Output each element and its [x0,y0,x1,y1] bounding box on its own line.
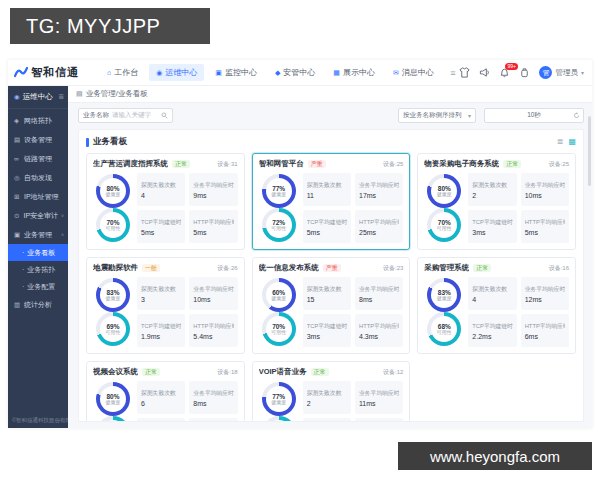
sidebar-item-label: 自动发现 [24,173,52,183]
grid-view-icon[interactable]: ▦ [568,138,576,146]
user-menu[interactable]: 管 管理员 ▾ [539,66,584,79]
chevron-down-icon: ▾ [581,69,584,76]
sidebar-item[interactable]: ∞链路管理 [8,149,68,168]
panel-title-label: 运维中心 [23,92,53,102]
metric-label: 业务平均响应时长 [359,181,399,190]
metric-label: HTTP平均响应时长 [193,218,233,227]
metric-box: 业务平均响应时长9ms [189,173,237,206]
metric-box: HTTP平均响应时长5.4ms [189,314,237,347]
metric-value: 2 [307,400,347,407]
menu-item-icon: ▤ [14,136,21,144]
business-card[interactable]: 生产营运调度指挥系统正常设备:3180%健康度70%可用性探测失败次数4业务平均… [86,153,245,250]
device-count: 设备:16 [549,264,569,273]
donut-gauge: 70%可用性 [427,208,461,242]
business-card[interactable]: 地震勘探软件一般设备:2683%健康度69%可用性探测失败次数3业务平均响应时长… [86,257,245,354]
nav-item-monitor-center[interactable]: ▣监控中心 [208,64,264,81]
metric-box: 业务平均响应时长8ms [355,277,403,310]
nav-item-ops-center[interactable]: ◉运维中心 [149,64,204,81]
metric-box: 探测失败次数3 [137,277,185,310]
sidebar-subitem[interactable]: 业务拓扑 [8,261,68,278]
notification-badge: 99+ [505,63,517,70]
search-input[interactable]: 业务名称 请输入关键字 [78,108,173,123]
donut-gauge: 77%健康度 [262,382,296,416]
sidebar-item-label: 业务管理 [24,230,52,240]
sidebar-item[interactable]: ▣业务管理˄ [8,225,68,244]
metric-label: 业务平均响应时长 [193,285,233,294]
device-count: 设备:12 [383,368,403,377]
logo-swoosh-icon [14,67,28,78]
metric-value: 6 [141,400,181,407]
announcement-icon[interactable] [479,67,490,78]
donut-label: 健康度 [106,296,121,302]
metric-label: 探测失败次数 [141,389,181,398]
donut-gauge: 77%健康度 [262,174,296,208]
main-content: ▤ 业务管理/业务看板 业务名称 请输入关键字 按业务名称倒序排列 ▾ 10秒 [68,86,592,428]
business-card[interactable]: 视频会议系统正常设备:1880%健康度70%可用性探测失败次数6业务平均响应时长… [86,361,245,422]
sidebar-item[interactable]: ▥统计分析 [8,295,68,314]
metric-label: HTTP平均响应时长 [193,322,233,331]
metric-box: 业务平均响应时长11ms [355,381,403,414]
business-card[interactable]: 智和网管平台严重设备:2577%健康度72%可用性探测失败次数11业务平均响应时… [252,153,411,250]
notification-bell-icon[interactable]: 99+ [499,67,510,78]
collapse-sidebar-icon[interactable]: ≣ [58,93,64,101]
sidebar-subitem[interactable]: 业务看板 [8,244,68,261]
theme-icon[interactable] [459,67,470,78]
nav-item-message-center[interactable]: ✉消息中心 [386,64,441,81]
sidebar-item[interactable]: ⊙IP安全审计˅ [8,206,68,225]
metric-label: 探测失败次数 [472,181,512,190]
donut-label: 健康度 [106,192,121,198]
metric-box: HTTP平均响应时长25ms [355,210,403,243]
sidebar-subitem[interactable]: 业务配置 [8,278,68,295]
sidebar-subitem-label: 业务看板 [27,248,55,258]
business-card[interactable]: 采购管理系统正常设备:1683%健康度68%可用性探测失败次数4业务平均响应时长… [417,257,576,354]
business-board-panel: 业务看板 ≣ ▦ 生产营运调度指挥系统正常设备:3180%健康度70%可用性探测… [78,129,584,422]
metric-label: HTTP平均响应时长 [525,218,565,227]
award-icon[interactable] [519,67,530,78]
sort-order-select[interactable]: 按业务名称倒序排列 ▾ [398,108,476,123]
donut-gauge: 68%可用性 [427,312,461,346]
sidebar-item[interactable]: ◈网络拓扑 [8,111,68,130]
refresh-interval-select[interactable]: 10秒 [484,108,584,123]
chevron-icon: ˄ [61,232,64,238]
metric-box: 探测失败次数4 [137,173,185,206]
business-card[interactable]: 物资采购电子商务系统正常设备:2580%健康度70%可用性探测失败次数2业务平均… [417,153,576,250]
chevron-icon: ˅ [61,213,64,219]
sidebar-item[interactable]: ▤设备管理 [8,130,68,149]
search-placeholder: 请输入关键字 [112,111,158,120]
metric-box: TCP平均建链时长5ms [303,210,351,243]
nav-item-label: 工作台 [114,67,138,78]
metric-value: 25ms [359,229,399,236]
donut-gauge: 72%可用性 [262,208,296,242]
nav-item-home[interactable]: ⌂工作台 [100,64,145,81]
nav-item-label: 消息中心 [402,67,434,78]
security-center-icon: ◆ [275,69,280,77]
metric-box: TCP平均建链时长1.9ms [137,314,185,347]
metric-value: 3 [141,296,181,303]
search-icon[interactable] [161,112,168,119]
sidebar-item[interactable]: ◎自动发现 [8,168,68,187]
metric-label: 业务平均响应时长 [193,181,233,190]
status-badge: 严重 [323,264,341,273]
nav-more-icon[interactable]: ≡ [446,68,459,78]
donut-gauge: 69%可用性 [96,312,130,346]
metric-value: 15 [307,296,347,303]
view-toggles: ≣ ▦ [557,138,576,146]
sidebar-item[interactable]: ⊞IP地址管理 [8,187,68,206]
metric-box: 业务平均响应时长17ms [355,173,403,206]
nav-item-display-center[interactable]: ▦展示中心 [326,64,382,81]
list-view-icon[interactable]: ≣ [557,138,564,146]
metric-label: 业务平均响应时长 [525,285,565,294]
business-card[interactable]: VOIP语音业务正常设备:1277%健康度70%可用性探测失败次数2业务平均响应… [252,361,411,422]
board-title: 业务看板 [86,136,127,148]
metric-value: 6ms [525,333,565,340]
metric-box: 探测失败次数15 [303,277,351,310]
refresh-select-value: 10秒 [527,111,541,120]
business-card[interactable]: 统一信息发布系统严重设备:2360%健康度70%可用性探测失败次数15业务平均响… [252,257,411,354]
business-card-grid: 生产营运调度指挥系统正常设备:3180%健康度70%可用性探测失败次数4业务平均… [86,153,576,422]
nav-item-security-center[interactable]: ◆安管中心 [268,64,322,81]
status-badge: 一般 [142,264,160,273]
donut-gauge: 80%健康度 [427,174,461,208]
donut-gauge: 83%健康度 [96,278,130,312]
metric-box: HTTP平均响应时长3.9ms [355,418,403,422]
vertical-scrollbar[interactable] [588,116,591,186]
